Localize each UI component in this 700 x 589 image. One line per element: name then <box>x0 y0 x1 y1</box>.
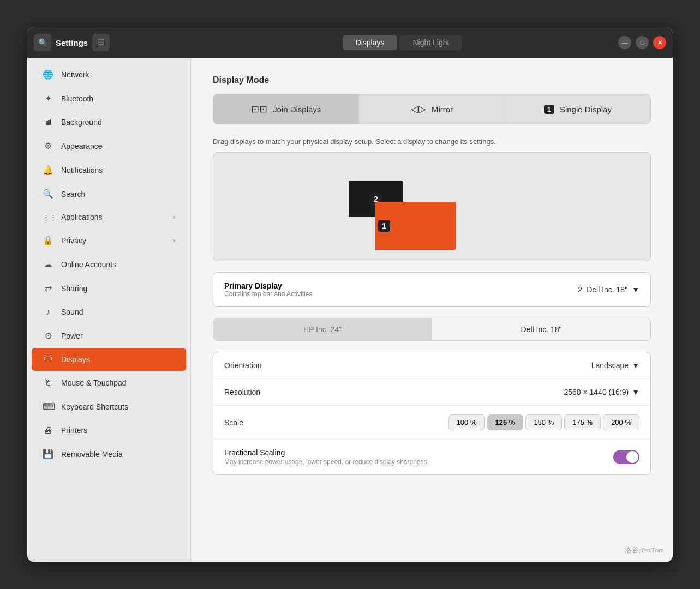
displays-icon: 🖵 <box>43 354 53 364</box>
scale-100-button[interactable]: 100 % <box>448 414 485 430</box>
sidebar: 🌐 Network ✦ Bluetooth 🖥 Background ⚙ App… <box>27 58 191 562</box>
scale-175-button[interactable]: 175 % <box>564 414 601 430</box>
removable-media-icon: 💾 <box>43 449 53 459</box>
primary-display-sub: Contains top bar and Activities <box>224 290 312 298</box>
sidebar-item-background[interactable]: 🖥 Background <box>32 111 186 134</box>
close-button[interactable]: ✕ <box>653 36 666 49</box>
join-displays-button[interactable]: ⊡⊡ Join Displays <box>213 94 359 124</box>
sidebar-item-search[interactable]: 🔍 Search <box>32 182 186 206</box>
single-display-button[interactable]: 1 Single Display <box>505 94 650 124</box>
monitor-tabs: HP Inc. 24" Dell Inc. 18" <box>213 318 651 341</box>
sidebar-item-bluetooth[interactable]: ✦ Bluetooth <box>32 87 186 110</box>
sidebar-item-displays[interactable]: 🖵 Displays <box>32 348 186 371</box>
appearance-icon: ⚙ <box>43 141 53 151</box>
orientation-select[interactable]: Landscape ▼ <box>591 361 639 370</box>
sidebar-label-privacy: Privacy <box>61 236 165 245</box>
sidebar-label-applications: Applications <box>61 213 165 221</box>
sidebar-item-appearance[interactable]: ⚙ Appearance <box>32 134 186 158</box>
resolution-select[interactable]: 2560 × 1440 (16:9) ▼ <box>564 388 639 396</box>
settings-window: 🔍 Settings ☰ Displays Night Light — □ ✕ … <box>27 27 673 562</box>
applications-icon: ⋮⋮ <box>43 213 53 221</box>
primary-display-label: Primary Display <box>224 281 312 290</box>
monitor-1-badge: 1 <box>378 220 390 232</box>
drag-hint-text: Drag displays to match your physical dis… <box>213 137 651 146</box>
privacy-icon: 🔒 <box>43 235 53 245</box>
sidebar-label-search: Search <box>61 190 175 199</box>
orientation-dropdown-icon: ▼ <box>632 361 639 370</box>
primary-display-info: Primary Display Contains top bar and Act… <box>224 281 312 298</box>
sidebar-label-power: Power <box>61 332 175 340</box>
scale-buttons: 100 % 125 % 150 % 175 % 200 % <box>448 414 639 430</box>
sharing-icon: ⇄ <box>43 283 53 293</box>
sidebar-label-printers: Printers <box>61 426 175 435</box>
sidebar-item-privacy[interactable]: 🔒 Privacy › <box>32 229 186 252</box>
search-icon: 🔍 <box>38 38 47 47</box>
sidebar-label-removable-media: Removable Media <box>61 450 175 459</box>
search-button[interactable]: 🔍 <box>34 34 51 51</box>
sidebar-label-network: Network <box>61 70 175 79</box>
applications-arrow-icon: › <box>173 213 175 221</box>
sidebar-item-notifications[interactable]: 🔔 Notifications <box>32 158 186 182</box>
sidebar-item-online-accounts[interactable]: ☁ Online Accounts <box>32 253 186 276</box>
printers-icon: 🖨 <box>43 425 53 435</box>
sidebar-label-notifications: Notifications <box>61 166 175 175</box>
display-mode-title: Display Mode <box>213 75 651 85</box>
tab-displays[interactable]: Displays <box>343 35 398 50</box>
sidebar-label-bluetooth: Bluetooth <box>61 94 175 103</box>
resolution-label: Resolution <box>224 388 260 396</box>
keyboard-icon: ⌨ <box>43 401 53 412</box>
sidebar-item-printers[interactable]: 🖨 Printers <box>32 419 186 442</box>
power-icon: ⊙ <box>43 330 53 341</box>
fractional-scaling-info: Fractional Scaling May increase power us… <box>224 448 429 466</box>
sidebar-item-power[interactable]: ⊙ Power <box>32 324 186 347</box>
sidebar-item-keyboard[interactable]: ⌨ Keyboard Shortcuts <box>32 395 186 418</box>
sidebar-item-removable-media[interactable]: 💾 Removable Media <box>32 442 186 466</box>
display-preview[interactable]: 2 1 <box>213 152 651 261</box>
sidebar-item-mouse[interactable]: 🖱 Mouse & Touchpad <box>32 371 186 394</box>
maximize-button[interactable]: □ <box>636 36 649 49</box>
fractional-scaling-toggle[interactable] <box>613 450 639 464</box>
sidebar-label-sound: Sound <box>61 308 175 316</box>
tab-night-light[interactable]: Night Light <box>399 35 462 50</box>
primary-display-dropdown-icon: ▼ <box>632 285 639 294</box>
online-accounts-icon: ☁ <box>43 259 53 269</box>
sidebar-label-appearance: Appearance <box>61 142 175 151</box>
primary-display-select[interactable]: 2 Dell Inc. 18" ▼ <box>578 285 639 294</box>
sidebar-item-applications[interactable]: ⋮⋮ Applications › <box>32 206 186 228</box>
fractional-scaling-sub: May increase power usage, lower speed, o… <box>224 458 429 466</box>
monitor-1[interactable]: 1 <box>375 202 456 250</box>
monitor-tab-dell[interactable]: Dell Inc. 18" <box>432 318 650 340</box>
monitor-tab-hp[interactable]: HP Inc. 24" <box>213 318 432 340</box>
titlebar-tabs: Displays Night Light <box>191 35 614 50</box>
sidebar-item-sharing[interactable]: ⇄ Sharing <box>32 277 186 300</box>
sidebar-label-mouse: Mouse & Touchpad <box>61 378 175 387</box>
primary-display-value: 2 <box>578 285 582 294</box>
scale-row: Scale 100 % 125 % 150 % 175 % 200 % <box>213 406 650 440</box>
menu-button[interactable]: ☰ <box>92 34 110 51</box>
primary-display-row: Primary Display Contains top bar and Act… <box>213 272 651 307</box>
toggle-knob <box>626 451 638 463</box>
scale-200-button[interactable]: 200 % <box>603 414 639 430</box>
window-controls: — □ ✕ <box>618 36 666 49</box>
display-mode-buttons: ⊡⊡ Join Displays ◁▷ Mirror 1 Single Disp… <box>213 94 651 124</box>
orientation-value: Landscape <box>591 361 629 370</box>
scale-150-button[interactable]: 150 % <box>525 414 562 430</box>
minimize-button[interactable]: — <box>618 36 631 49</box>
settings-panel: Orientation Landscape ▼ Resolution 2560 … <box>213 352 651 475</box>
mouse-icon: 🖱 <box>43 378 53 388</box>
primary-display-name: Dell Inc. 18" <box>587 285 627 294</box>
main-content: Display Mode ⊡⊡ Join Displays ◁▷ Mirror … <box>191 58 673 562</box>
sidebar-label-online-accounts: Online Accounts <box>61 260 175 269</box>
scale-125-button[interactable]: 125 % <box>487 414 524 430</box>
mirror-icon: ◁▷ <box>411 103 426 115</box>
titlebar: 🔍 Settings ☰ Displays Night Light — □ ✕ <box>27 27 673 58</box>
notifications-icon: 🔔 <box>43 165 53 175</box>
sound-icon: ♪ <box>43 307 53 317</box>
sidebar-label-sharing: Sharing <box>61 284 175 293</box>
sidebar-item-network[interactable]: 🌐 Network <box>32 63 186 86</box>
sidebar-item-sound[interactable]: ♪ Sound <box>32 300 186 323</box>
single-display-badge: 1 <box>544 105 554 114</box>
mirror-button[interactable]: ◁▷ Mirror <box>359 94 505 124</box>
join-displays-label: Join Displays <box>273 105 321 114</box>
bluetooth-icon: ✦ <box>43 93 53 104</box>
